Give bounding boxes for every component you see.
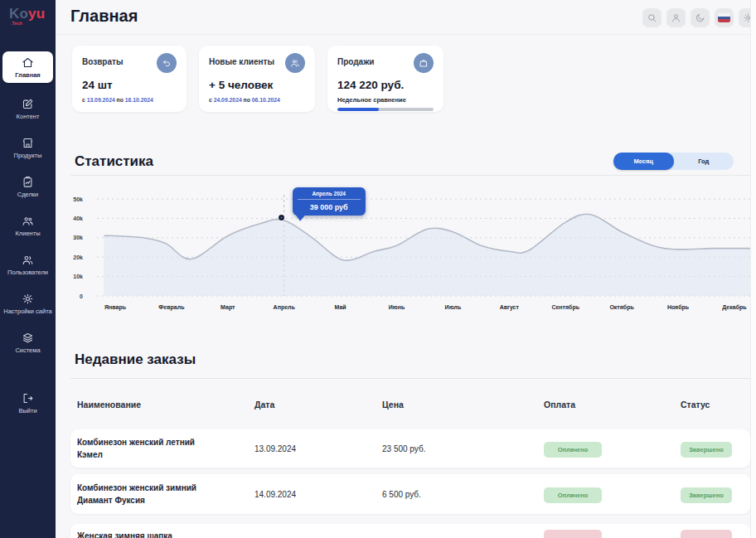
sales-chart[interactable]: 010k20k30k40k50k ЯнварьФевральМартАпрель… [56, 187, 756, 319]
column-header-payment: Оплата [544, 400, 681, 410]
sidebar-item-clients[interactable]: Клиенты [0, 206, 56, 245]
chart-tooltip: Апрель 2024 39 000 руб [293, 187, 366, 216]
order-name: Женская зимняя шапка [77, 530, 222, 538]
orders-divider [70, 378, 750, 379]
profile-button[interactable] [666, 8, 686, 27]
y-axis-tick: 10k [73, 274, 83, 279]
app-logo: Koyu .Tech [0, 0, 56, 46]
order-price: 23 500 руб. [382, 444, 544, 453]
sidebar-item-label: Выйти [18, 407, 36, 414]
sidebar-item-label: Клиенты [15, 230, 40, 237]
language-button[interactable] [715, 8, 734, 27]
sidebar-item-logout[interactable]: Выйти [0, 384, 56, 422]
column-header-price: Цена [382, 400, 544, 410]
x-axis-label: Декабрь [722, 304, 747, 311]
tooltip-value: 39 000 руб [298, 203, 361, 211]
status-badge [681, 530, 732, 538]
sidebar-item-system[interactable]: Система [0, 323, 56, 361]
dark-mode-button[interactable] [691, 8, 710, 27]
stat-card-sales[interactable]: Продажи 124 220 руб. Недельное сравнение [327, 46, 443, 112]
search-button[interactable] [642, 8, 662, 27]
y-axis-tick: 40k [73, 216, 83, 221]
y-axis-tick: 50k [73, 196, 83, 202]
user-icon [671, 12, 681, 23]
deals-clipboard-icon [22, 176, 34, 188]
weekly-progress-bar [337, 108, 434, 111]
chart-canvas[interactable]: 010k20k30k40k50k ЯнварьФевральМартАпрель… [56, 187, 756, 319]
order-date: 13.09.2024 [254, 444, 382, 453]
order-name: Комбинезон женский зимний Диамант Фуксия [77, 482, 222, 506]
home-icon [22, 56, 34, 69]
x-axis-label: Май [335, 304, 346, 310]
sidebar-item-label: Главная [15, 71, 41, 79]
x-axis-label: Октябрь [609, 304, 634, 311]
logo-text-ko: Ko [9, 6, 28, 22]
sidebar-item-label: Продукты [14, 152, 42, 159]
x-axis-label: Февраль [158, 304, 185, 311]
returns-icon [157, 53, 177, 73]
page-scrollbar[interactable] [750, 0, 756, 538]
weekly-progress-fill [337, 108, 379, 111]
statistics-divider [70, 175, 750, 176]
payment-badge: Оплачено [544, 442, 602, 458]
stat-card-title: Продажи [337, 57, 374, 66]
stat-card-value: + 5 человек [209, 79, 305, 91]
search-icon [647, 12, 657, 23]
y-axis-tick: 0 [80, 293, 83, 299]
x-axis-label: Июнь [389, 304, 405, 310]
stat-card-title: Возвраты [82, 57, 123, 66]
x-axis-label: Апрель [274, 304, 296, 311]
order-name: Комбинезон женский летний Кэмел [77, 436, 222, 461]
status-badge: Завершено [681, 487, 732, 503]
orders-heading: Недавние заказы [75, 351, 196, 368]
column-header-status: Статус [681, 400, 750, 410]
x-axis-label: Август [500, 304, 520, 311]
payment-badge: Оплачено [544, 487, 602, 503]
toggle-year-button[interactable]: Год [674, 153, 734, 170]
table-row[interactable]: Комбинезон женский летний Кэмел 13.09.20… [70, 429, 750, 468]
sidebar-item-label: Пользователи [7, 269, 48, 276]
x-axis-label: Январь [104, 304, 127, 311]
sidebar-item-label: Сделки [17, 191, 39, 198]
stat-card-returns[interactable]: Возвраты 24 шт с 13.09.2024 по 16.10.202… [72, 46, 187, 112]
column-header-name: Наименование [77, 400, 254, 410]
logout-icon [22, 392, 34, 405]
sidebar: Koyu .Tech Главная Контент Продукты Сдел… [0, 0, 56, 538]
stat-card-subtitle: Недельное сравнение [337, 96, 434, 104]
table-row[interactable]: Женская зимняя шапка [70, 524, 750, 538]
header-actions [642, 8, 756, 27]
status-badge: Завершено [681, 442, 732, 458]
clients-people-icon [22, 215, 34, 227]
stat-card-title: Новые клиенты [209, 57, 274, 66]
stat-card-value: 24 шт [82, 79, 177, 91]
x-axis-label: Ноябрь [667, 304, 690, 311]
sidebar-item-deals[interactable]: Сделки [0, 167, 56, 206]
sidebar-item-home[interactable]: Главная [2, 51, 53, 83]
sidebar-item-label: Настройки сайта [3, 308, 52, 315]
sidebar-spacer [0, 362, 56, 384]
stat-card-new-clients[interactable]: Новые клиенты + 5 человек с 24.09.2024 п… [199, 46, 315, 112]
tooltip-label: Апрель 2024 [298, 191, 361, 200]
table-row[interactable]: Комбинезон женский зимний Диамант Фуксия… [70, 474, 750, 514]
sidebar-item-site-settings[interactable]: Настройки сайта [0, 284, 56, 322]
statistics-heading: Статистика [75, 153, 153, 170]
x-axis-label: Июль [445, 304, 462, 310]
stat-card-period: с 24.09.2024 по 06.10.2024 [209, 97, 305, 103]
toggle-month-button[interactable]: Месяц [613, 153, 674, 170]
sidebar-item-label: Система [15, 347, 40, 354]
sidebar-item-users[interactable]: Пользователи [0, 245, 56, 284]
orders-table-header: Наименование Дата Цена Оплата Статус [70, 393, 750, 416]
page-title: Главная [70, 7, 138, 26]
x-axis-label: Март [220, 304, 235, 311]
content-edit-icon [22, 98, 34, 110]
sidebar-item-label: Контент [17, 113, 40, 120]
y-axis-tick: 20k [73, 254, 83, 260]
sales-bag-icon [414, 53, 434, 73]
sidebar-item-content[interactable]: Контент [0, 90, 56, 128]
language-flag-ru-icon [718, 13, 730, 22]
stat-card-period: с 13.09.2024 по 16.10.2024 [82, 97, 177, 103]
sidebar-item-products[interactable]: Продукты [0, 128, 56, 167]
order-date: 14.09.2024 [254, 490, 382, 499]
new-clients-icon [285, 53, 305, 73]
dark-mode-moon-icon [695, 12, 705, 23]
